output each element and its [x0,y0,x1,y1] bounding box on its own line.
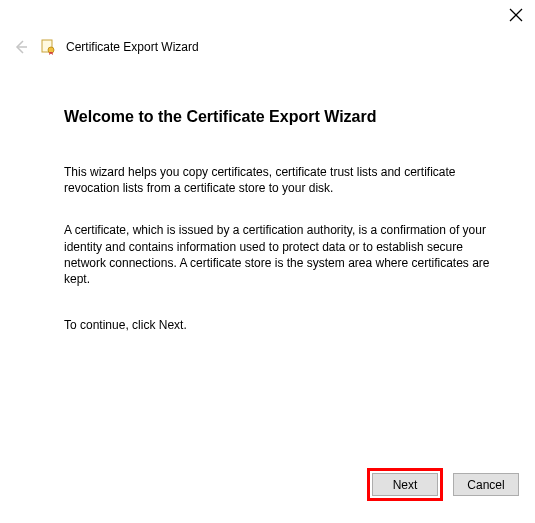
intro-paragraph-1: This wizard helps you copy certificates,… [64,164,495,196]
continue-instruction: To continue, click Next. [64,317,495,333]
back-icon [12,38,30,56]
certificate-icon [40,39,56,55]
intro-paragraph-2: A certificate, which is issued by a cert… [64,222,495,287]
page-heading: Welcome to the Certificate Export Wizard [64,108,495,126]
next-button-highlight: Next [367,468,443,501]
cancel-button[interactable]: Cancel [453,473,519,496]
wizard-title: Certificate Export Wizard [66,40,199,54]
next-button[interactable]: Next [372,473,438,496]
close-icon[interactable] [509,8,523,22]
